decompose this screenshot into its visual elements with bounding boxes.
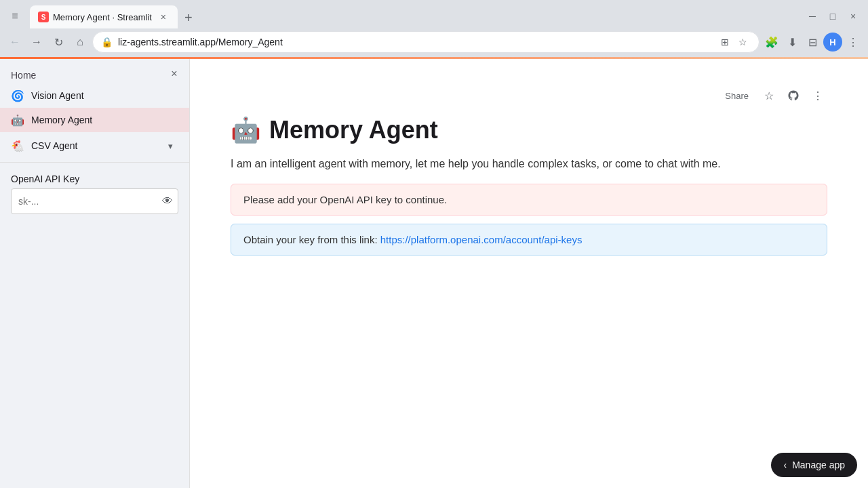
minimize-button[interactable]: ─ bbox=[803, 7, 822, 26]
api-key-section: OpenAI API Key 👁 bbox=[0, 165, 189, 222]
browser-toolbar-right: 🧩 ⬇ ⊟ H ⋮ bbox=[762, 33, 863, 52]
memory-agent-label: Memory Agent bbox=[31, 115, 178, 125]
memory-agent-icon: 🤖 bbox=[11, 113, 24, 127]
csv-agent-icon: 🐔 bbox=[11, 139, 24, 152]
sidebar-item-memory-agent[interactable]: 🤖 Memory Agent bbox=[0, 108, 189, 132]
active-tab[interactable]: S Memory Agent · Streamlit × bbox=[30, 5, 178, 28]
chrome-menu-btn[interactable]: ≡ bbox=[5, 7, 24, 26]
close-window-button[interactable]: × bbox=[844, 7, 863, 26]
maximize-button[interactable]: □ bbox=[823, 7, 842, 26]
vision-agent-label: Vision Agent bbox=[31, 90, 178, 101]
manage-app-chevron: ‹ bbox=[783, 460, 787, 470]
csv-agent-label: CSV Agent bbox=[31, 140, 155, 151]
github-button[interactable] bbox=[784, 86, 803, 105]
csv-agent-expand-button[interactable]: ▾ bbox=[162, 138, 178, 154]
api-key-toggle-button[interactable]: 👁 bbox=[162, 195, 173, 207]
browser-nav: ← → ↻ ⌂ 🔒 liz-agents.streamlit.app/Memor… bbox=[0, 28, 868, 57]
translate-button[interactable]: ⊞ bbox=[717, 34, 733, 50]
extensions-button[interactable]: 🧩 bbox=[762, 33, 781, 52]
sidebar-item-vision-agent[interactable]: 🌀 Vision Agent bbox=[0, 83, 189, 108]
tab-title: Memory Agent · Streamlit bbox=[53, 12, 152, 22]
refresh-button[interactable]: ↻ bbox=[49, 33, 68, 52]
sidebar-close-button[interactable]: × bbox=[165, 64, 184, 83]
vision-agent-icon: 🌀 bbox=[11, 89, 24, 102]
star-page-button[interactable]: ☆ bbox=[760, 86, 778, 105]
manage-app-button[interactable]: ‹ Manage app bbox=[771, 453, 857, 477]
sidebar-divider bbox=[0, 162, 189, 163]
app-content: × Home 🌀 Vision Agent 🤖 Memory Agent 🐔 C… bbox=[0, 59, 868, 488]
api-key-info-alert: Obtain your key from this link: https://… bbox=[231, 224, 827, 256]
lock-icon: 🔒 bbox=[101, 37, 113, 47]
manage-app-label: Manage app bbox=[792, 460, 845, 470]
sidebar-item-csv-agent[interactable]: 🐔 CSV Agent ▾ bbox=[0, 132, 189, 159]
address-bar[interactable]: 🔒 liz-agents.streamlit.app/Memory_Agent … bbox=[92, 31, 760, 53]
window-controls: ─ □ × bbox=[803, 7, 863, 26]
page-heading: 🤖 Memory Agent bbox=[231, 116, 827, 144]
eye-icon: 👁 bbox=[162, 195, 173, 207]
chrome-more-button[interactable]: ⋮ bbox=[844, 33, 863, 52]
page-title: Memory Agent bbox=[269, 116, 438, 144]
share-button[interactable]: Share bbox=[719, 88, 754, 104]
api-keys-link[interactable]: https://platform.openai.com/account/api-… bbox=[380, 234, 583, 245]
download-button[interactable]: ⬇ bbox=[783, 33, 802, 52]
address-actions: ⊞ ☆ bbox=[717, 34, 751, 50]
browser-window-controls-left: ≡ bbox=[5, 7, 24, 26]
browser-top: ≡ S Memory Agent · Streamlit × + ─ □ × bbox=[0, 0, 868, 28]
sidebar-toggle-button[interactable]: ⊟ bbox=[803, 33, 822, 52]
api-key-label: OpenAI API Key bbox=[11, 174, 178, 184]
api-key-input-wrapper: 👁 bbox=[11, 188, 178, 214]
browser-chrome: ≡ S Memory Agent · Streamlit × + ─ □ × ←… bbox=[0, 0, 868, 59]
main-content: Share ☆ ⋮ 🤖 Memory Agent I am an intelli… bbox=[190, 59, 868, 488]
sidebar-home-label: Home bbox=[0, 64, 189, 83]
heading-emoji: 🤖 bbox=[231, 118, 261, 142]
more-options-button[interactable]: ⋮ bbox=[808, 86, 827, 105]
warning-text: Please add your OpenAI API key to contin… bbox=[243, 194, 447, 205]
info-prefix-text: Obtain your key from this link: bbox=[243, 234, 380, 245]
api-key-warning-alert: Please add your OpenAI API key to contin… bbox=[231, 184, 827, 216]
forward-button[interactable]: → bbox=[27, 33, 46, 52]
star-button[interactable]: ☆ bbox=[734, 34, 751, 50]
tab-bar: S Memory Agent · Streamlit × + bbox=[30, 4, 800, 28]
tab-close-button[interactable]: × bbox=[157, 11, 170, 23]
main-header-actions: Share ☆ ⋮ bbox=[231, 86, 827, 105]
sidebar: × Home 🌀 Vision Agent 🤖 Memory Agent 🐔 C… bbox=[0, 59, 190, 488]
address-text: liz-agents.streamlit.app/Memory_Agent bbox=[118, 37, 711, 47]
back-button[interactable]: ← bbox=[5, 33, 24, 52]
user-avatar[interactable]: H bbox=[823, 33, 842, 52]
tab-favicon: S bbox=[38, 12, 49, 22]
home-button[interactable]: ⌂ bbox=[71, 33, 90, 52]
api-key-input[interactable] bbox=[11, 188, 178, 214]
subtitle-text: I am an intelligent agent with memory, l… bbox=[231, 158, 827, 170]
new-tab-button[interactable]: + bbox=[179, 8, 198, 27]
